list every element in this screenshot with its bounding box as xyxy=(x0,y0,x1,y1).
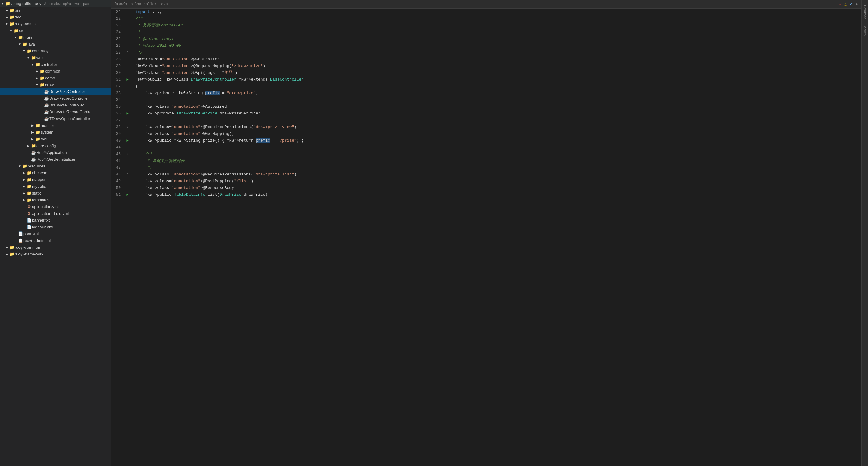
tree-item-RuoYiApplication[interactable]: ☕ RuoYiApplication xyxy=(0,149,111,156)
label-templates: templates xyxy=(32,198,111,202)
line-num-39: 39 xyxy=(111,131,121,137)
code-line-29[interactable]: "kw">class="annotation">@RequestMapping(… xyxy=(135,63,858,70)
fold-icon[interactable]: ⊖ xyxy=(127,171,128,178)
maven-tab[interactable]: Maven xyxy=(863,23,867,38)
run-icon[interactable]: ▶ xyxy=(126,137,128,144)
run-icon[interactable]: ▶ xyxy=(126,76,128,83)
tree-item-src[interactable]: ▼ 📁 src xyxy=(0,27,111,34)
error-badge: ⚠ xyxy=(839,2,842,6)
tree-item-pom.xml[interactable]: 📄 pom.xml xyxy=(0,230,111,237)
tree-item-templates[interactable]: ▶ 📁 templates xyxy=(0,196,111,203)
code-line-23[interactable]: * 奖品管理Controller xyxy=(135,22,858,29)
code-line-27[interactable]: */ xyxy=(135,49,858,56)
code-line-21[interactable]: import ...; xyxy=(135,9,858,15)
code-line-44[interactable] xyxy=(135,144,858,151)
code-line-26[interactable]: * @date 2021-09-05 xyxy=(135,42,858,49)
code-line-50[interactable]: "kw">class="annotation">@ResponseBody xyxy=(135,185,858,192)
code-line-46[interactable]: * 查询奖品管理列表 xyxy=(135,158,858,164)
label-mybatis: mybatis xyxy=(32,184,111,189)
tree-item-DrawRecordController[interactable]: ☕ DrawRecordController xyxy=(0,95,111,102)
fold-icon[interactable]: ⊖ xyxy=(127,15,128,22)
fold-icon[interactable]: ⊖ xyxy=(127,151,128,158)
tree-item-RuoYiServletInitializer[interactable]: ☕ RuoYiServletInitializer xyxy=(0,156,111,163)
code-line-49[interactable]: "kw">class="annotation">@PostMapping("/l… xyxy=(135,178,858,185)
tree-item-controller[interactable]: ▼ 📁 controller xyxy=(0,61,111,68)
warning-icon: △ xyxy=(845,2,847,6)
tree-item-main[interactable]: ▼ 📁 main xyxy=(0,34,111,41)
file-tree-sidebar[interactable]: ▼ 📁 voting-raffle [ruoyi] /Users/develop… xyxy=(0,0,111,466)
run-icon[interactable]: ▶ xyxy=(126,110,128,117)
line-num-51: 51 xyxy=(111,192,121,198)
tree-item-TDrawOptionController[interactable]: ☕ TDrawOptionController xyxy=(0,115,111,122)
icon-templates: 📁 xyxy=(27,198,32,202)
icon-ehcache: 📁 xyxy=(27,170,32,175)
code-line-38[interactable]: "kw">class="annotation">@RequiresPermiss… xyxy=(135,124,858,131)
code-line-28[interactable]: "kw">class="annotation">@Controller xyxy=(135,56,858,63)
code-line-22[interactable]: /** xyxy=(135,15,858,22)
tree-item-web[interactable]: ▼ 📁 web xyxy=(0,54,111,61)
tree-item-draw[interactable]: ▼ 📁 draw xyxy=(0,81,111,88)
code-line-35[interactable]: "kw">class="annotation">@Autowired xyxy=(135,103,858,110)
icon-doc: 📁 xyxy=(9,15,15,20)
tree-item-voting-raffle[interactable]: ▼ 📁 voting-raffle [ruoyi] /Users/develop… xyxy=(0,0,111,7)
tree-item-application-druid.yml[interactable]: ⚙ application-druid.yml xyxy=(0,210,111,217)
code-line-40[interactable]: "kw">public "kw">String prize() { "kw">r… xyxy=(135,137,858,144)
tree-item-DrawVoteRecordControll[interactable]: ☕ DrawVoteRecordControll... xyxy=(0,108,111,115)
label-resources: resources xyxy=(28,164,111,168)
code-line-36[interactable]: "kw">private IDrawPrizeService drawPrize… xyxy=(135,110,858,117)
tree-item-ruoyi-common[interactable]: ▶ 📁 ruoyi-common xyxy=(0,244,111,251)
tree-item-ruoyi-admin[interactable]: ▼ 📁 ruoyi-admin xyxy=(0,20,111,27)
fold-icon[interactable]: ⊖ xyxy=(127,49,128,56)
line-num-47: 47 xyxy=(111,164,121,171)
tree-item-core.config[interactable]: ▶ 📁 core.config xyxy=(0,142,111,149)
tree-item-banner.txt[interactable]: 📄 banner.txt xyxy=(0,217,111,224)
line-num-28: 28 xyxy=(111,56,121,63)
code-line-32[interactable]: { xyxy=(135,83,858,90)
tree-item-tool[interactable]: ▶ 📁 tool xyxy=(0,135,111,142)
tree-item-demo[interactable]: ▶ 📁 demo xyxy=(0,74,111,81)
line-num-37: 37 xyxy=(111,117,121,124)
run-icon[interactable]: ▶ xyxy=(126,192,128,198)
code-line-37[interactable] xyxy=(135,117,858,124)
tree-item-java[interactable]: ▼ 📁 java xyxy=(0,41,111,47)
icon-web: 📁 xyxy=(31,56,36,60)
code-line-47[interactable]: */ xyxy=(135,164,858,171)
tree-item-DrawPrizeController[interactable]: ☕ DrawPrizeController xyxy=(0,88,111,95)
database-tab[interactable]: Database xyxy=(863,2,867,22)
tree-item-application.yml[interactable]: ⚙ application.yml xyxy=(0,203,111,210)
tree-item-logback.xml[interactable]: 📄 logback.xml xyxy=(0,224,111,230)
tree-item-monitor[interactable]: ▶ 📁 monitor xyxy=(0,122,111,129)
code-line-51[interactable]: "kw">public TableDataInfo list(DrawPrize… xyxy=(135,192,858,198)
code-line-34[interactable] xyxy=(135,97,858,103)
code-line-31[interactable]: "kw">public "kw">class DrawPrizeControll… xyxy=(135,76,858,83)
code-line-33[interactable]: "kw">private "kw">String prefix = "draw/… xyxy=(135,90,858,97)
tree-item-DrawVoteController[interactable]: ☕ DrawVoteController xyxy=(0,102,111,108)
code-line-48[interactable]: "kw">class="annotation">@RequiresPermiss… xyxy=(135,171,858,178)
tree-item-resources[interactable]: ▼ 📁 resources xyxy=(0,163,111,169)
tree-item-static[interactable]: ▶ 📁 static xyxy=(0,190,111,196)
line-num-27: 27 xyxy=(111,49,121,56)
code-line-39[interactable]: "kw">class="annotation">@GetMapping() xyxy=(135,131,858,137)
code-line-30[interactable]: "kw">class="annotation">@Api(tags = "奖品"… xyxy=(135,70,858,76)
tree-item-ehcache[interactable]: ▶ 📁 ehcache xyxy=(0,169,111,176)
editor-alerts[interactable]: ⚠ △ ✓ ▲ xyxy=(839,2,858,6)
fold-icon[interactable]: ⊖ xyxy=(127,164,128,171)
tree-item-common[interactable]: ▶ 📁 common xyxy=(0,68,111,74)
tree-item-bin[interactable]: ▶ 📁 bin xyxy=(0,7,111,13)
code-line-24[interactable]: * xyxy=(135,29,858,36)
fold-icon[interactable]: ⊖ xyxy=(127,124,128,131)
tree-item-doc[interactable]: ▶ 📁 doc xyxy=(0,13,111,20)
editor-title: DrawPrizeController.java xyxy=(115,2,168,6)
code-line-45[interactable]: /** xyxy=(135,151,858,158)
tree-item-mybatis[interactable]: ▶ 📁 mybatis xyxy=(0,183,111,190)
tree-item-ruoyi-admin.iml[interactable]: 📋 ruoyi-admin.iml xyxy=(0,237,111,244)
alerts-chevron[interactable]: ▲ xyxy=(856,2,858,6)
code-line-25[interactable]: * @author ruoyi xyxy=(135,36,858,42)
tree-item-com.ruoyi[interactable]: ▼ 📁 com.ruoyi xyxy=(0,47,111,54)
code-content[interactable]: import ...;/** * 奖品管理Controller * * @aut… xyxy=(132,9,861,466)
tree-item-system[interactable]: ▶ 📁 system xyxy=(0,129,111,135)
tree-item-mapper[interactable]: ▶ 📁 mapper xyxy=(0,176,111,183)
tree-item-ruoyi-framework[interactable]: ▶ 📁 ruoyi-framework xyxy=(0,251,111,257)
label-banner.txt: banner.txt xyxy=(32,218,111,223)
arrow-voting-raffle: ▼ xyxy=(0,2,5,5)
